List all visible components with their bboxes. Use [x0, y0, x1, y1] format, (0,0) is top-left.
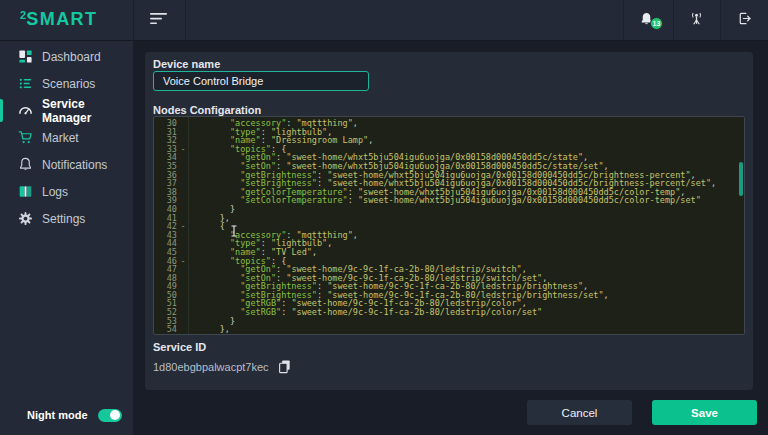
- night-mode-row: Night mode: [0, 402, 133, 428]
- dashboard-icon: [18, 49, 33, 64]
- logout-button[interactable]: [732, 8, 756, 32]
- market-icon: [18, 130, 33, 145]
- sidebar-item-label: Logs: [42, 185, 68, 199]
- brand-logo: 2SMART: [20, 9, 98, 30]
- sidebar-item-dashboard[interactable]: Dashboard: [0, 43, 133, 70]
- header-divider: [133, 0, 134, 41]
- logout-icon: [737, 11, 752, 29]
- sidebar-item-label: Settings: [42, 212, 85, 226]
- nodes-configuration-label: Nodes Configaration: [153, 104, 261, 116]
- broadcast-button[interactable]: [684, 8, 708, 32]
- sidebar-item-label: Service Manager: [42, 97, 133, 125]
- device-name-label: Device name: [153, 58, 220, 70]
- code-area: 30 "accessory": "mqttthing",31 "type": "…: [154, 119, 744, 334]
- antenna-icon: [689, 11, 704, 30]
- code-line-41: 41 },: [154, 214, 744, 223]
- settings-icon: [18, 211, 33, 226]
- code-line-53: 53 }: [154, 317, 744, 326]
- scenarios-icon: [18, 76, 33, 91]
- copy-button[interactable]: [277, 359, 292, 374]
- code-line-52: 52 "setRGB": "sweet-home/9c-9c-1f-ca-2b-…: [154, 308, 744, 317]
- copy-icon: [277, 362, 292, 377]
- menu-collapse-icon: [150, 13, 168, 28]
- device-name-input[interactable]: [153, 71, 369, 91]
- code-text: "setColorTemperature": "sweet-home/whxt5…: [189, 196, 744, 205]
- service-id-label: Service ID: [153, 341, 206, 353]
- code-line-39: 39 "setColorTemperature": "sweet-home/wh…: [154, 196, 744, 205]
- editor-scrollbar[interactable]: [739, 162, 743, 196]
- sidebar-nav: DashboardScenariosService ManagerMarketN…: [0, 41, 133, 232]
- code-text: "setRGB": "sweet-home/9c-9c-1f-ca-2b-80/…: [189, 308, 744, 317]
- header-divider: [623, 0, 624, 41]
- notification-count-badge: 13: [650, 17, 663, 30]
- sidebar-item-service-manager[interactable]: Service Manager: [0, 97, 133, 124]
- service-id-value: 1d80ebgbpalwacpt7kec: [153, 361, 269, 373]
- night-mode-toggle[interactable]: [98, 409, 122, 422]
- save-button[interactable]: Save: [652, 400, 757, 425]
- notifications-icon: [18, 157, 33, 172]
- logs-icon: [18, 184, 33, 199]
- toggle-knob: [110, 410, 120, 420]
- code-text: },: [189, 214, 744, 223]
- app-root: 2SMART 13 DashboardS: [0, 0, 768, 435]
- header-divider: [185, 0, 186, 41]
- sidebar-collapse-button[interactable]: [147, 8, 171, 32]
- service-settings-card: Device name Nodes Configaration 30 "acce…: [145, 52, 753, 390]
- sidebar-item-scenarios[interactable]: Scenarios: [0, 70, 133, 97]
- sidebar-item-market[interactable]: Market: [0, 124, 133, 151]
- code-text: }: [189, 205, 744, 214]
- mouse-cursor: [230, 223, 238, 241]
- cancel-button[interactable]: Cancel: [527, 400, 632, 425]
- top-header: 2SMART 13: [0, 0, 768, 41]
- sidebar-item-label: Notifications: [42, 158, 107, 172]
- line-number: 54: [154, 325, 177, 334]
- service-manager-icon: [18, 103, 33, 118]
- sidebar-item-label: Market: [42, 131, 79, 145]
- code-text: }: [189, 317, 744, 326]
- header-divider: [673, 0, 674, 41]
- sidebar-item-logs[interactable]: Logs: [0, 178, 133, 205]
- sidebar-item-settings[interactable]: Settings: [0, 205, 133, 232]
- main-content: Device name Nodes Configaration 30 "acce…: [133, 41, 768, 435]
- sidebar-item-label: Scenarios: [42, 77, 95, 91]
- sidebar: DashboardScenariosService ManagerMarketN…: [0, 41, 133, 435]
- header-divider: [720, 0, 721, 41]
- night-mode-label: Night mode: [27, 409, 88, 421]
- sidebar-item-label: Dashboard: [42, 50, 101, 64]
- nodes-configuration-editor[interactable]: 30 "accessory": "mqttthing",31 "type": "…: [153, 116, 745, 335]
- code-text: },: [189, 325, 744, 334]
- code-line-40: 40 }: [154, 205, 744, 214]
- service-id-row: 1d80ebgbpalwacpt7kec: [153, 359, 292, 374]
- gutter-separator: [188, 117, 189, 334]
- code-line-54: 54 },: [154, 325, 744, 334]
- sidebar-item-notifications[interactable]: Notifications: [0, 151, 133, 178]
